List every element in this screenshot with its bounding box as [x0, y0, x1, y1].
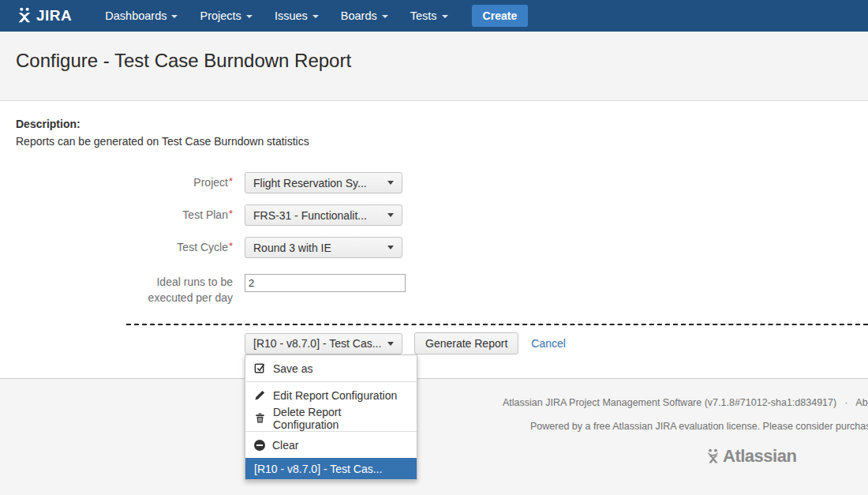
chevron-down-icon	[387, 342, 394, 346]
menu-item-label: [R10 - v8.7.0] - Test Cas...	[254, 463, 382, 475]
pencil-icon	[254, 389, 266, 401]
menu-item-label: Save as	[273, 362, 313, 375]
label-text: Test Plan	[182, 208, 228, 221]
nav-item-boards[interactable]: Boards	[330, 0, 399, 32]
test-plan-select-value: FRS-31 - Functionalit...	[253, 209, 367, 222]
test-cycle-label: Test Cycle*	[0, 239, 233, 255]
nav-item-label: Tests	[410, 9, 437, 22]
generate-report-button[interactable]: Generate Report	[414, 332, 518, 354]
footer-version-line: Atlassian JIRA Project Management Softwa…	[503, 397, 868, 408]
jira-logo[interactable]: JIRA	[16, 7, 72, 24]
form-row-ideal-runs: Ideal runs to be executed per day	[0, 274, 868, 306]
page-footer: Atlassian JIRA Project Management Softwa…	[0, 378, 868, 495]
test-plan-label: Test Plan*	[0, 207, 233, 223]
test-plan-select[interactable]: FRS-31 - Functionalit...	[245, 204, 402, 226]
description-text: Reports can be generated on Test Case Bu…	[16, 135, 868, 148]
chevron-down-icon	[312, 15, 319, 18]
nav-item-label: Issues	[275, 9, 308, 22]
menu-separator	[245, 381, 417, 382]
chevron-down-icon	[387, 213, 394, 217]
report-config-form: Project* Flight Reservation Sy... Test P…	[0, 172, 868, 306]
menu-item-clear[interactable]: Clear	[245, 433, 417, 456]
description-block: Description: Reports can be generated on…	[0, 101, 868, 148]
nav-item-label: Dashboards	[105, 9, 166, 22]
test-cycle-select-value: Round 3 with IE	[253, 242, 331, 254]
chevron-down-icon	[382, 15, 388, 18]
project-select-value: Flight Reservation Sy...	[253, 177, 367, 189]
nav-item-label: Boards	[341, 9, 377, 22]
form-row-test-cycle: Test Cycle* Round 3 with IE	[0, 237, 868, 258]
chevron-down-icon	[442, 15, 448, 18]
checkbox-icon	[254, 362, 266, 374]
menu-item-delete-report-configuration[interactable]: Delete Report Configuration	[245, 407, 417, 429]
project-select[interactable]: Flight Reservation Sy...	[245, 172, 402, 193]
clear-icon	[254, 440, 265, 451]
test-cycle-select[interactable]: Round 3 with IE	[245, 237, 402, 258]
jira-mark-icon	[16, 7, 33, 24]
menu-item-label: Edit Report Configuration	[273, 389, 397, 402]
label-text: Ideal runs to be executed per day	[137, 274, 233, 306]
nav-item-projects[interactable]: Projects	[189, 0, 263, 32]
chevron-down-icon	[246, 15, 253, 18]
page-title: Configure - Test Case Burndown Report	[16, 50, 868, 72]
project-label: Project*	[0, 174, 233, 190]
label-text: Test Cycle	[177, 241, 228, 253]
footer-version-text: Atlassian JIRA Project Management Softwa…	[503, 397, 836, 408]
top-navigation-bar: JIRA Dashboards Projects Issues Boards T…	[0, 0, 868, 32]
footer-separator: ·	[844, 397, 847, 408]
menu-item-label: Clear	[272, 439, 298, 452]
about-link[interactable]: About	[855, 397, 868, 408]
chevron-down-icon	[387, 246, 394, 249]
footer-license-text: Powered by a free Atlassian JIRA evaluat…	[530, 421, 868, 432]
footer-license-line: Powered by a free Atlassian JIRA evaluat…	[530, 421, 868, 432]
chevron-down-icon	[171, 15, 178, 18]
saved-config-menu: Save as Edit Report Configuration Delete…	[245, 354, 417, 480]
menu-item-saved-report-r10[interactable]: [R10 - v8.7.0] - Test Cas...	[245, 458, 417, 479]
atlassian-logo[interactable]: Atlassian	[705, 446, 796, 467]
label-text: Project	[193, 176, 228, 189]
menu-separator	[245, 431, 417, 432]
jira-logo-text: JIRA	[36, 7, 72, 24]
required-asterisk: *	[229, 175, 233, 187]
trash-icon	[254, 412, 266, 424]
menu-item-label: Delete Report Configuration	[273, 406, 408, 431]
page-header: Configure - Test Case Burndown Report	[0, 32, 868, 101]
nav-item-issues[interactable]: Issues	[264, 0, 330, 32]
menu-item-edit-report-configuration[interactable]: Edit Report Configuration	[245, 384, 417, 407]
form-row-project: Project* Flight Reservation Sy...	[0, 172, 868, 193]
form-row-test-plan: Test Plan* FRS-31 - Functionalit...	[0, 204, 868, 226]
nav-item-tests[interactable]: Tests	[399, 0, 459, 32]
menu-item-save-as[interactable]: Save as	[245, 357, 417, 380]
ideal-runs-label: Ideal runs to be executed per day	[0, 274, 233, 306]
cancel-link[interactable]: Cancel	[531, 337, 566, 350]
required-asterisk: *	[229, 240, 233, 252]
action-row: [R10 - v8.7.0] - Test Cas... Generate Re…	[245, 332, 566, 354]
description-label: Description:	[16, 118, 868, 130]
nav-item-dashboards[interactable]: Dashboards	[94, 0, 189, 32]
atlassian-mark-icon	[705, 448, 721, 465]
saved-config-dropdown[interactable]: [R10 - v8.7.0] - Test Cas...	[245, 333, 402, 354]
atlassian-logo-text: Atlassian	[723, 446, 796, 467]
required-asterisk: *	[229, 208, 233, 219]
ideal-runs-input[interactable]	[245, 274, 406, 292]
saved-config-value: [R10 - v8.7.0] - Test Cas...	[253, 337, 381, 350]
nav-item-label: Projects	[200, 9, 241, 22]
chevron-down-icon	[387, 181, 394, 185]
dashed-separator	[126, 324, 868, 325]
main-content: Description: Reports can be generated on…	[0, 101, 868, 377]
create-button[interactable]: Create	[472, 5, 529, 27]
